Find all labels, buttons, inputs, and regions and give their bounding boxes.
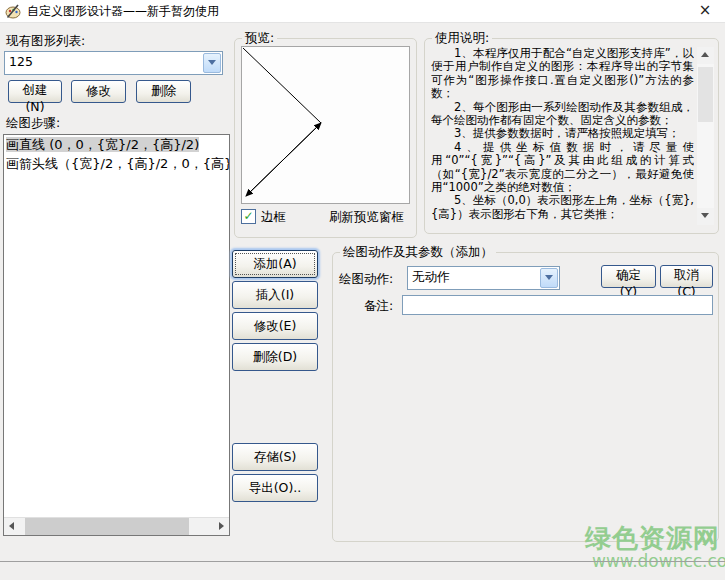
- app-window: 自定义图形设计器——新手暂勿使用 × 现有图形列表: 125 创建(N) 修改 …: [0, 0, 725, 580]
- shape-list-combobox[interactable]: 125: [4, 51, 223, 75]
- scroll-up-button[interactable]: [697, 47, 714, 64]
- existing-shapes-label: 现有图形列表:: [6, 33, 85, 50]
- step-text: 画直线 (0，0，{宽}/2，{高}/2): [6, 137, 199, 152]
- border-checkbox[interactable]: ✓: [241, 209, 256, 224]
- scrollbar-thumb[interactable]: [25, 518, 189, 535]
- action-params-group-title: 绘图动作及其参数（添加）: [340, 244, 496, 261]
- delete-shape-button[interactable]: 删除: [136, 80, 191, 103]
- window-title: 自定义图形设计器——新手暂勿使用: [27, 0, 219, 22]
- refresh-preview-link[interactable]: 刷新预览窗框: [329, 209, 404, 226]
- arrow-up-icon: [701, 52, 709, 57]
- shape-list-combobox-dropdown-button[interactable]: [203, 53, 221, 73]
- drawing-action-combobox-dropdown-button[interactable]: [540, 268, 558, 288]
- titlebar: 自定义图形设计器——新手暂勿使用 ×: [0, 0, 725, 23]
- arrow-right-icon: [219, 522, 224, 530]
- instruction-paragraph: 5、坐标（0,0）表示图形左上角，坐标（{宽},{高}）表示图形右下角，其它类推…: [431, 194, 694, 221]
- export-button[interactable]: 导出(O)..: [232, 474, 318, 502]
- arrow-left-icon: [9, 522, 14, 530]
- instruction-paragraph: 3、提供参数数据时，请严格按照规定填写；: [431, 127, 694, 140]
- scroll-left-button[interactable]: [4, 518, 21, 535]
- insert-action-button[interactable]: 插入(I): [232, 281, 318, 309]
- scrollbar-thumb[interactable]: [698, 67, 713, 122]
- drawing-action-label: 绘图动作:: [339, 271, 393, 288]
- create-shape-button[interactable]: 创建(N): [8, 80, 62, 103]
- list-item[interactable]: 画箭头线（{宽}/2，{高}/2，0，{高}，: [4, 154, 229, 173]
- vertical-scrollbar[interactable]: [697, 47, 714, 225]
- drawing-steps-listbox[interactable]: 画直线 (0，0，{宽}/2，{高}/2) 画箭头线（{宽}/2，{高}/2，0…: [3, 134, 230, 536]
- instructions-text: 1、本程序仅用于配合“自定义图形支持库”，以便于用户制作自定义的图形：本程序导出…: [431, 47, 694, 226]
- instruction-paragraph: 1、本程序仅用于配合“自定义图形支持库”，以便于用户制作自定义的图形：本程序导出…: [431, 47, 694, 101]
- save-button[interactable]: 存储(S): [232, 443, 318, 471]
- cancel-button[interactable]: 取消(C): [660, 265, 713, 288]
- drawing-action-combobox-value: 无动作: [412, 267, 539, 289]
- note-input[interactable]: [402, 295, 713, 315]
- horizontal-scrollbar[interactable]: [4, 517, 229, 535]
- edit-action-button[interactable]: 修改(E): [232, 312, 318, 340]
- instructions-group-title: 使用说明:: [432, 30, 492, 47]
- step-text: 画箭头线（{宽}/2，{高}/2，0，{高}，: [6, 156, 230, 171]
- border-checkbox-label: 边框: [261, 209, 286, 226]
- palette-icon: [5, 3, 21, 19]
- remove-action-button[interactable]: 删除(D): [232, 343, 318, 371]
- instruction-paragraph: 4、提供坐标值数据时，请尽量使用“0”“{宽}”“{高}”及其由此组成的计算式（…: [431, 141, 694, 195]
- ok-button[interactable]: 确定(Y): [601, 265, 656, 288]
- modify-shape-button[interactable]: 修改: [71, 80, 126, 103]
- drawing-action-combobox[interactable]: 无动作: [407, 266, 560, 290]
- drawing-steps-label: 绘图步骤:: [6, 115, 60, 132]
- preview-group-title: 预览:: [242, 30, 277, 47]
- shape-list-combobox-value: 125: [9, 52, 202, 74]
- chevron-down-icon: [545, 275, 553, 284]
- note-label: 备注:: [364, 298, 393, 315]
- window-bottom-edge: [0, 561, 725, 562]
- instruction-paragraph: 2、每个图形由一系列绘图动作及其参数组成，每个绘图动作都有固定个数、固定含义的参…: [431, 101, 694, 128]
- preview-drawing: [242, 47, 407, 201]
- scroll-right-button[interactable]: [212, 518, 229, 535]
- add-action-button[interactable]: 添加(A): [232, 250, 318, 278]
- list-item[interactable]: 画直线 (0，0，{宽}/2，{高}/2): [4, 135, 229, 154]
- close-button[interactable]: ×: [693, 0, 717, 22]
- scroll-down-button[interactable]: [697, 208, 714, 225]
- chevron-down-icon: [208, 60, 216, 69]
- arrow-down-icon: [701, 213, 709, 218]
- preview-canvas: [241, 46, 410, 204]
